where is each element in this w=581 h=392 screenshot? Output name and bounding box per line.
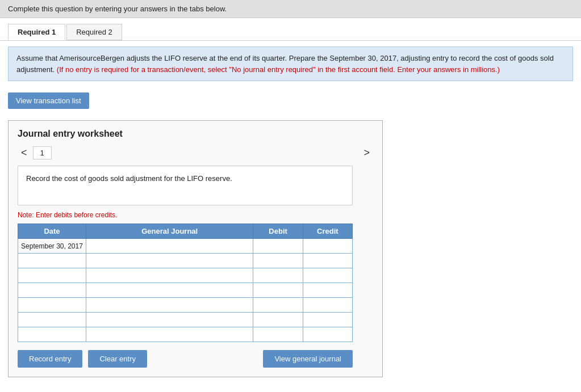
debit-cell — [253, 327, 303, 342]
credit-input[interactable] — [303, 313, 352, 327]
credit-input[interactable] — [303, 254, 352, 268]
table-row — [18, 268, 353, 283]
table-row — [18, 254, 353, 268]
description-text: Record the cost of goods sold adjustment… — [26, 174, 232, 183]
date-cell: September 30, 2017 — [18, 239, 86, 254]
debit-cell — [253, 313, 303, 327]
col-header-credit: Credit — [303, 224, 352, 239]
debit-cell — [253, 298, 303, 313]
date-input[interactable] — [18, 268, 86, 283]
journal-cell — [86, 298, 253, 313]
top-instruction-text: Complete this question by entering your … — [8, 5, 227, 13]
date-cell — [18, 313, 86, 327]
journal-input[interactable] — [86, 283, 253, 297]
view-transaction-button[interactable]: View transaction list — [8, 92, 89, 109]
debit-input[interactable] — [253, 313, 302, 327]
debit-input[interactable] — [253, 254, 302, 268]
credit-cell — [303, 327, 352, 342]
col-header-journal: General Journal — [86, 224, 253, 239]
journal-input[interactable] — [86, 239, 253, 253]
journal-cell — [86, 313, 253, 327]
date-input[interactable] — [18, 283, 86, 297]
debit-input[interactable] — [253, 283, 302, 297]
clear-entry-button[interactable]: Clear entry — [88, 350, 147, 368]
button-row: Record entry Clear entry View general jo… — [18, 350, 353, 368]
date-cell — [18, 283, 86, 298]
debit-cell — [253, 283, 303, 298]
credit-input[interactable] — [303, 268, 352, 283]
date-cell — [18, 298, 86, 313]
journal-cell — [86, 254, 253, 268]
credit-cell — [303, 313, 352, 327]
description-box: Record the cost of goods sold adjustment… — [18, 166, 353, 205]
col-header-date: Date — [18, 224, 86, 239]
journal-cell — [86, 239, 253, 254]
table-row — [18, 298, 353, 313]
credit-cell — [303, 254, 352, 268]
credit-cell — [303, 239, 352, 254]
journal-input[interactable] — [86, 298, 253, 312]
worksheet-title: Journal entry worksheet — [18, 129, 373, 139]
date-cell — [18, 268, 86, 283]
journal-input[interactable] — [86, 254, 253, 268]
top-instruction: Complete this question by entering your … — [0, 0, 581, 18]
date-input[interactable] — [18, 313, 86, 327]
tab-required-2[interactable]: Required 2 — [66, 24, 122, 40]
debit-input[interactable] — [253, 298, 302, 312]
record-entry-button[interactable]: Record entry — [18, 350, 82, 368]
col-header-debit: Debit — [253, 224, 303, 239]
info-box: Assume that AmerisourceBergen adjusts th… — [8, 47, 573, 81]
credit-input[interactable] — [303, 239, 352, 253]
tabs-container: Required 1 Required 2 — [0, 18, 581, 41]
table-row — [18, 313, 353, 327]
date-cell — [18, 254, 86, 268]
journal-cell — [86, 327, 253, 342]
credit-input[interactable] — [303, 298, 352, 312]
debit-input[interactable] — [253, 327, 302, 342]
credit-input[interactable] — [303, 327, 352, 342]
date-input[interactable] — [18, 254, 86, 268]
journal-table: Date General Journal Debit Credit Septem… — [18, 224, 353, 342]
journal-input[interactable] — [86, 268, 253, 283]
journal-input[interactable] — [86, 327, 253, 342]
info-box-red-text: (If no entry is required for a transacti… — [57, 65, 500, 74]
date-input[interactable] — [18, 298, 86, 312]
tab-number: 1 — [33, 146, 52, 159]
debit-cell — [253, 268, 303, 283]
debit-cell — [253, 254, 303, 268]
view-general-journal-button[interactable]: View general journal — [263, 350, 353, 368]
credit-cell — [303, 268, 352, 283]
table-row — [18, 327, 353, 342]
journal-input[interactable] — [86, 313, 253, 327]
debit-input[interactable] — [253, 239, 302, 253]
tab-required-1[interactable]: Required 1 — [8, 24, 65, 40]
journal-cell — [86, 268, 253, 283]
journal-cell — [86, 283, 253, 298]
date-cell — [18, 327, 86, 342]
nav-prev-button[interactable]: < — [18, 146, 31, 160]
debit-cell — [253, 239, 303, 254]
credit-cell — [303, 283, 352, 298]
credit-input[interactable] — [303, 283, 352, 297]
credit-cell — [303, 298, 352, 313]
worksheet-container: Journal entry worksheet < 1 > Record the… — [8, 120, 383, 377]
table-row: September 30, 2017 — [18, 239, 353, 254]
debit-input[interactable] — [253, 268, 302, 283]
table-row — [18, 283, 353, 298]
date-input[interactable] — [18, 327, 86, 342]
nav-next-button[interactable]: > — [360, 146, 373, 160]
nav-row: < 1 > — [18, 146, 373, 160]
note-text: Note: Enter debits before credits. — [18, 211, 373, 219]
